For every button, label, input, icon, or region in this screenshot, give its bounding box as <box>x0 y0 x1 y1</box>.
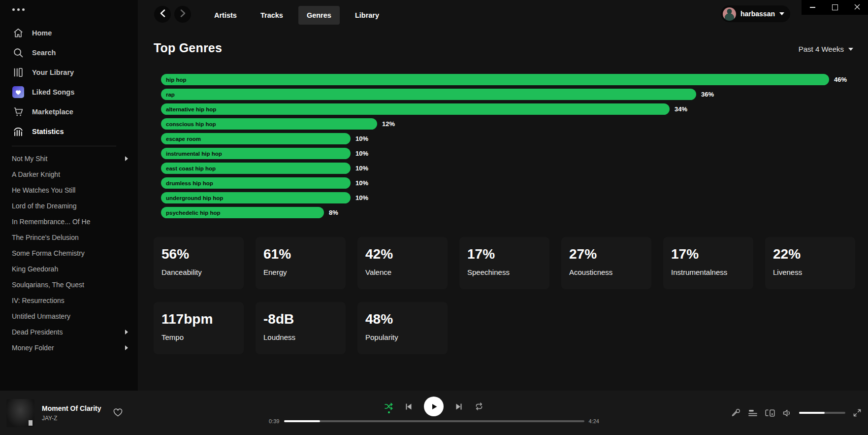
sidebar-divider <box>12 146 116 146</box>
playlist-item[interactable]: Lord of the Dreaming <box>0 198 138 214</box>
stat-value: 117bpm <box>161 312 236 326</box>
playlist-item[interactable]: He Watches You Still <box>0 182 138 198</box>
lyrics-mic-icon <box>732 408 740 417</box>
playlist-item[interactable]: The Prince's Delusion <box>0 230 138 245</box>
seek-bar[interactable] <box>284 420 584 422</box>
playlist-name: Untitled Unmastery <box>12 312 70 320</box>
genre-label: drumless hip hop <box>161 180 213 186</box>
genre-label: underground hip hop <box>161 195 223 201</box>
tab-library[interactable]: Library <box>347 6 387 25</box>
playlist-item[interactable]: Soulqarians, The Quest <box>0 277 138 293</box>
liked-songs-heart-icon <box>12 86 24 98</box>
playlist-item[interactable]: In Remembrance... Of He <box>0 214 138 230</box>
close-button[interactable] <box>846 0 868 15</box>
stat-card: 22% Liveness <box>765 237 855 289</box>
playlist-item[interactable]: Dead Presidents <box>0 324 138 340</box>
progress-row: 0:39 4:24 <box>267 418 602 424</box>
tab-genres[interactable]: Genres <box>298 6 340 25</box>
playlist-item[interactable]: Not My Shit <box>0 151 138 167</box>
genre-bar[interactable]: conscious hip hop <box>161 118 377 130</box>
connect-device-button[interactable] <box>765 409 775 417</box>
play-icon <box>430 402 438 411</box>
minimize-button[interactable] <box>802 0 824 15</box>
fullscreen-button[interactable] <box>853 409 861 417</box>
home-icon <box>12 27 24 39</box>
library-icon <box>12 67 24 78</box>
playlist-item[interactable]: Some Forma Chemistry <box>0 245 138 261</box>
genre-bar-row: alternative hip hop 34% <box>161 103 847 115</box>
spotify-stats-app: Home Search Your Library <box>0 0 868 435</box>
stat-card: 17% Speechiness <box>459 237 549 289</box>
heart-icon <box>113 408 123 417</box>
genre-percent: 10% <box>355 135 368 142</box>
genre-label: psychedelic hip hop <box>161 210 221 216</box>
sidebar-item-marketplace[interactable]: Marketplace <box>0 102 138 122</box>
playlist-item[interactable]: A Darker Knight <box>0 167 138 182</box>
back-button[interactable] <box>154 6 171 23</box>
sidebar-item-liked-songs[interactable]: Liked Songs <box>0 82 138 102</box>
close-icon <box>854 3 860 12</box>
time-range-label: Past 4 Weeks <box>799 45 844 53</box>
maximize-icon <box>832 4 838 10</box>
tab-tracks[interactable]: Tracks <box>252 6 291 25</box>
stat-value: 56% <box>161 247 236 261</box>
player-center: 0:39 4:24 <box>267 391 602 424</box>
repeat-button[interactable] <box>475 402 483 410</box>
genre-bar[interactable]: hip hop <box>161 74 829 85</box>
queue-button[interactable] <box>748 409 757 417</box>
playlist-item[interactable]: Money Folder <box>0 340 138 356</box>
stat-value: 48% <box>365 312 440 326</box>
playlist-item[interactable]: King Geedorah <box>0 261 138 277</box>
genre-bar[interactable]: rap <box>161 89 696 100</box>
sidebar-item-label: Statistics <box>32 128 64 135</box>
stat-card: 27% Acousticness <box>561 237 651 289</box>
user-menu[interactable]: harbassan <box>721 5 790 22</box>
audio-feature-cards: 56% Danceability 61% Energy 42% Valence … <box>154 237 855 354</box>
playlist-item[interactable]: IV: Resurrections <box>0 293 138 308</box>
genre-bar[interactable]: escape room <box>161 133 351 144</box>
genre-bar[interactable]: underground hip hop <box>161 192 351 203</box>
genre-bar[interactable]: instrumental hip hop <box>161 148 351 159</box>
ellipsis-menu-icon[interactable] <box>12 8 25 11</box>
minimize-icon <box>810 7 815 8</box>
playlist-item[interactable]: Untitled Unmastery <box>0 308 138 324</box>
player-controls <box>267 396 602 417</box>
tab-artists[interactable]: Artists <box>206 6 245 25</box>
stat-value: 61% <box>263 247 338 261</box>
sidebar-item-search[interactable]: Search <box>0 43 138 63</box>
sidebar-item-your-library[interactable]: Your Library <box>0 63 138 82</box>
genre-bar[interactable]: drumless hip hop <box>161 177 351 189</box>
play-button[interactable] <box>424 397 444 416</box>
stat-label: Acousticness <box>569 268 643 276</box>
track-title[interactable]: Moment Of Clarity <box>42 404 101 412</box>
next-button[interactable] <box>455 403 463 410</box>
sidebar-item-label: Home <box>32 29 52 37</box>
time-range-selector[interactable]: Past 4 Weeks <box>799 45 853 53</box>
player-bar: Moment Of Clarity JAY-Z <box>0 391 868 435</box>
volume-slider[interactable] <box>799 412 845 414</box>
previous-button[interactable] <box>405 403 412 410</box>
sidebar-item-statistics[interactable]: Statistics <box>0 122 138 141</box>
maximize-button[interactable] <box>824 0 846 15</box>
like-track-button[interactable] <box>113 408 123 419</box>
genre-bar-row: east coast hip hop 10% <box>161 163 847 174</box>
genre-bar[interactable]: alternative hip hop <box>161 103 670 115</box>
chevron-left-icon <box>160 9 165 19</box>
genre-bar[interactable]: psychedelic hip hop <box>161 207 324 218</box>
stat-card: 17% Instrumentalness <box>663 237 753 289</box>
genre-label: escape room <box>161 136 201 142</box>
sidebar-item-home[interactable]: Home <box>0 23 138 43</box>
genre-percent: 10% <box>355 194 368 201</box>
shuffle-button[interactable] <box>385 402 393 410</box>
genre-bar[interactable]: east coast hip hop <box>161 163 351 174</box>
stat-card: 61% Energy <box>256 237 346 289</box>
lyrics-button[interactable] <box>732 408 740 417</box>
genre-bar-row: conscious hip hop 12% <box>161 118 847 130</box>
body-row: Home Search Your Library <box>0 0 868 391</box>
forward-button[interactable] <box>174 6 191 23</box>
mute-button[interactable] <box>783 409 791 417</box>
genre-percent: 10% <box>355 150 368 157</box>
stat-value: -8dB <box>263 312 338 326</box>
track-artist[interactable]: JAY-Z <box>42 415 101 422</box>
playlist-name: King Geedorah <box>12 265 58 273</box>
